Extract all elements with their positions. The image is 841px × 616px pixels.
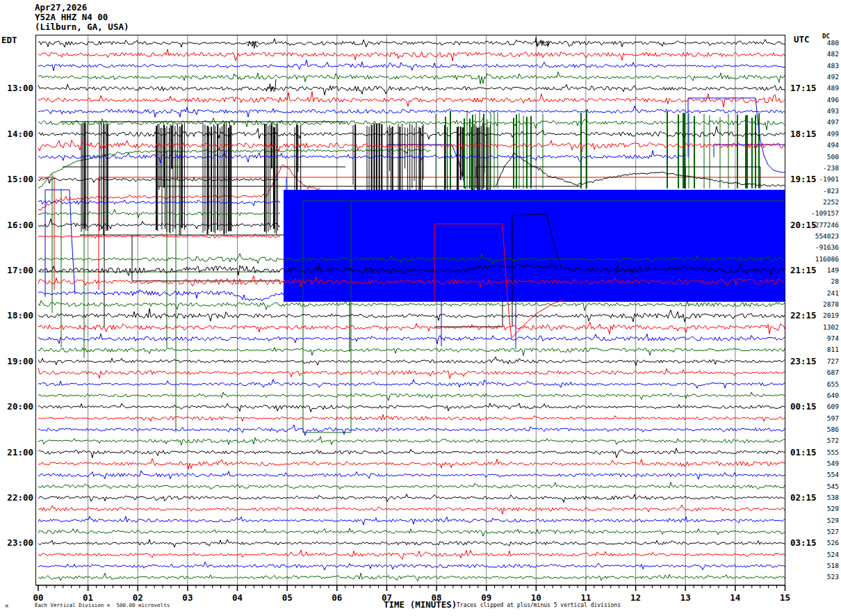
utc-label-00:15: 00:15	[790, 401, 817, 412]
dc-value-row-7: 497	[827, 118, 839, 126]
dc-value-row-39: 545	[827, 483, 839, 490]
trace-row-18:45	[38, 348, 785, 356]
dc-value-row-27: 811	[827, 346, 839, 353]
utc-label-19:15: 19:15	[790, 174, 817, 184]
dc-value-row-47: 523	[827, 573, 839, 581]
trace-row-12:00	[38, 39, 785, 47]
trace-row-13:45	[38, 118, 785, 130]
trace-row-13:00	[38, 84, 785, 95]
trace-row-12:15	[38, 49, 785, 61]
clipped-blue-block	[284, 190, 785, 302]
dc-value-row-18: -91636	[815, 243, 840, 251]
minute-label-14: 14	[730, 592, 740, 603]
dc-value-row-30: 655	[827, 380, 839, 388]
edt-label-23:00: 23:00	[7, 537, 33, 548]
utc-label-17:15: 17:15	[790, 83, 817, 93]
dc-value-row-20: 149	[827, 266, 839, 274]
clip-note: Traces clipped at plus/minus 5 vertical …	[457, 602, 621, 608]
trace-row-15:30	[38, 200, 280, 206]
utc-label-18:15: 18:15	[790, 129, 817, 139]
dc-value-row-24: 2019	[823, 311, 839, 319]
scale-note: Each Vertical Division = 500.00 microvol…	[35, 602, 170, 608]
utc-label-21:15: 21:15	[790, 265, 817, 275]
trace-row-23:15	[38, 550, 785, 559]
dc-value-row-36: 555	[827, 448, 839, 456]
dc-value-row-8: 499	[827, 130, 839, 138]
trace-row-20:15	[38, 414, 785, 421]
trace-row-20:45	[38, 437, 785, 445]
trace-row-23:45	[38, 573, 785, 581]
minute-label-10: 10	[531, 592, 541, 603]
utc-label-03:15: 03:15	[790, 537, 817, 548]
trace-row-16:00	[38, 219, 280, 229]
edt-label-18:00: 18:00	[7, 310, 33, 321]
trace-row-16:15	[38, 234, 280, 238]
trace-row-18:30	[38, 334, 785, 344]
minute-gridlines	[88, 35, 735, 585]
trace-row-15:45	[38, 209, 280, 218]
dc-value-row-32: 609	[827, 403, 839, 410]
trace-row-21:45	[38, 483, 785, 489]
utc-label-02:15: 02:15	[790, 492, 817, 503]
trace-row-20:00	[38, 403, 785, 412]
minute-label-11: 11	[580, 592, 591, 603]
minute-label-5: 05	[282, 592, 293, 603]
edt-label-14:00: 14:00	[7, 129, 33, 139]
edt-label-15:00: 15:00	[7, 174, 33, 184]
dc-value-row-4: 489	[827, 84, 839, 92]
helicorder-page: Apr27,2026Y52A HHZ N4 00(Lilburn, GA, US…	[0, 0, 841, 616]
trace-row-19:00	[38, 357, 785, 366]
dc-value-row-13: -823	[823, 187, 839, 195]
trace-row-22:15	[38, 505, 785, 514]
plot-border	[36, 35, 785, 585]
dc-value-row-16: -277246	[811, 221, 839, 229]
trace-row-12:45	[38, 72, 785, 84]
dc-value-row-33: 597	[827, 414, 839, 422]
dc-value-row-45: 524	[827, 551, 839, 558]
dc-value-row-6: 493	[827, 107, 839, 115]
trace-row-22:30	[38, 517, 785, 525]
trace-row-22:00	[38, 494, 785, 503]
dc-value-row-29: 687	[827, 368, 839, 376]
dc-value-row-14: 2252	[823, 198, 839, 206]
trace-row-21:30	[38, 471, 785, 480]
dc-value-row-22: 241	[827, 289, 839, 297]
dc-value-row-34: 586	[827, 425, 839, 433]
dc-value-row-43: 527	[827, 528, 839, 535]
trace-row-19:30	[38, 380, 785, 389]
row-noise-bursts	[247, 37, 549, 92]
dc-value-row-0: 480	[827, 39, 839, 47]
black-step-down	[132, 235, 280, 281]
dc-value-row-15: -109157	[811, 209, 839, 217]
edt-label-19:00: 19:00	[7, 356, 33, 366]
utc-label-23:15: 23:15	[790, 356, 817, 366]
x-axis-title: TIME (MINUTES)	[384, 599, 457, 610]
dc-value-row-1: 482	[827, 50, 839, 58]
minute-label-9: 09	[481, 592, 491, 603]
trace-row-19:45	[38, 392, 785, 400]
dc-value-row-25: 1302	[823, 323, 839, 331]
dc-value-row-38: 554	[827, 471, 839, 478]
trace-row-12:30	[38, 60, 785, 71]
trace-row-21:00	[38, 448, 785, 458]
trace-rows	[38, 39, 785, 581]
edt-label-20:00: 20:00	[7, 401, 33, 412]
green-burst-bars	[436, 110, 759, 188]
noise-burst	[247, 41, 258, 49]
dc-value-row-46: 518	[827, 562, 839, 569]
dc-value-row-23: 2878	[823, 300, 839, 308]
dc-value-row-17: 554023	[815, 232, 839, 240]
trace-row-18:00	[38, 309, 785, 323]
edt-label-16:00: 16:00	[7, 220, 33, 230]
minute-label-12: 12	[630, 592, 641, 603]
minute-label-2: 02	[133, 592, 143, 603]
trace-row-13:15	[38, 92, 785, 108]
trace-row-20:30	[38, 425, 785, 435]
dc-value-row-35: 572	[827, 437, 839, 444]
utc-label-01:15: 01:15	[790, 447, 817, 457]
trace-row-18:15	[38, 322, 785, 334]
edt-label-13:00: 13:00	[7, 83, 33, 93]
dc-value-row-19: 116086	[815, 255, 840, 263]
trace-row-19:15	[38, 368, 785, 379]
trace-row-23:00	[38, 540, 785, 547]
